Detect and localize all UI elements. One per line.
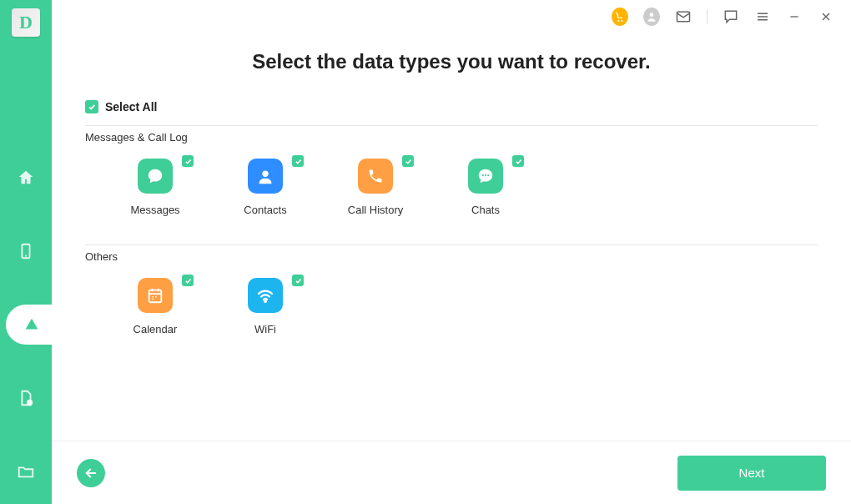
check-chats[interactable]	[512, 155, 524, 167]
svg-point-12	[262, 171, 268, 177]
card-label: Call History	[348, 204, 403, 216]
messages-icon	[138, 159, 173, 194]
close-button[interactable]	[818, 8, 834, 25]
svg-rect-16	[149, 290, 162, 303]
check-messages[interactable]	[182, 155, 194, 167]
mail-button[interactable]	[675, 8, 692, 25]
sidebar-item-doc-alert[interactable]: !	[0, 378, 52, 418]
calendar-icon	[138, 278, 173, 313]
section-label-messages: Messages & Call Log	[85, 131, 818, 144]
svg-point-13	[482, 174, 484, 176]
folder-icon	[17, 462, 35, 481]
titlebar	[52, 0, 851, 33]
divider	[85, 125, 818, 126]
sidebar-nav: !	[0, 158, 52, 491]
svg-point-14	[485, 174, 486, 176]
cart-icon	[612, 8, 628, 26]
divider	[85, 244, 818, 245]
card-label: Contacts	[244, 204, 286, 216]
section-label-others: Others	[85, 250, 818, 263]
minimize-icon	[788, 10, 801, 23]
sidebar-item-cloud[interactable]	[6, 305, 58, 345]
sidebar: D !	[0, 0, 52, 504]
app-logo: D	[12, 8, 40, 37]
card-chats[interactable]: Chats	[452, 159, 519, 216]
grid-others: Calendar WiFi	[85, 278, 818, 335]
titlebar-separator	[707, 9, 707, 24]
chats-icon	[468, 159, 503, 194]
minimize-button[interactable]	[786, 8, 803, 25]
sidebar-item-home[interactable]	[0, 158, 52, 198]
contacts-icon	[248, 159, 283, 194]
svg-point-23	[264, 300, 266, 302]
select-all-label: Select All	[105, 100, 158, 113]
call-history-icon	[358, 159, 393, 194]
next-button[interactable]: Next	[677, 456, 826, 491]
home-icon	[17, 169, 35, 187]
svg-point-4	[650, 13, 654, 17]
arrow-left-icon	[83, 466, 98, 481]
card-contacts[interactable]: Contacts	[232, 159, 299, 216]
svg-point-15	[487, 174, 489, 176]
check-calendar[interactable]	[182, 275, 194, 286]
footer: Next	[52, 441, 851, 504]
user-icon	[643, 8, 660, 26]
grid-messages: Messages Contacts Call History	[85, 159, 818, 216]
card-label: WiFi	[254, 323, 276, 335]
card-wifi[interactable]: WiFi	[232, 278, 299, 335]
main-area: Select the data types you want to recove…	[52, 0, 851, 504]
check-contacts[interactable]	[292, 155, 304, 167]
mail-icon	[675, 8, 692, 25]
select-all-checkbox[interactable]	[85, 100, 98, 113]
cart-button[interactable]	[612, 8, 628, 25]
cloud-icon	[23, 315, 41, 334]
svg-point-22	[152, 299, 154, 300]
sidebar-item-folder[interactable]	[0, 451, 52, 491]
page-title: Select the data types you want to recove…	[85, 50, 818, 73]
feedback-button[interactable]	[723, 8, 739, 25]
wifi-icon	[248, 278, 283, 313]
svg-point-20	[152, 296, 154, 298]
card-label: Messages	[130, 204, 179, 216]
svg-point-21	[155, 296, 157, 298]
card-calendar[interactable]: Calendar	[122, 278, 189, 335]
close-icon	[819, 10, 833, 23]
check-call-history[interactable]	[402, 155, 414, 167]
menu-icon	[755, 9, 770, 24]
content: Select the data types you want to recove…	[52, 33, 851, 441]
doc-alert-icon: !	[17, 389, 35, 407]
phone-icon	[17, 242, 35, 260]
check-wifi[interactable]	[292, 275, 304, 286]
card-label: Calendar	[133, 323, 178, 335]
sidebar-item-phone[interactable]	[0, 231, 52, 271]
card-label: Chats	[471, 204, 500, 216]
chat-icon	[723, 8, 739, 25]
menu-button[interactable]	[754, 8, 771, 25]
user-button[interactable]	[643, 8, 660, 25]
card-call-history[interactable]: Call History	[342, 159, 409, 216]
card-messages[interactable]: Messages	[122, 159, 189, 216]
select-all-row[interactable]: Select All	[85, 100, 818, 113]
back-button[interactable]	[77, 459, 105, 487]
